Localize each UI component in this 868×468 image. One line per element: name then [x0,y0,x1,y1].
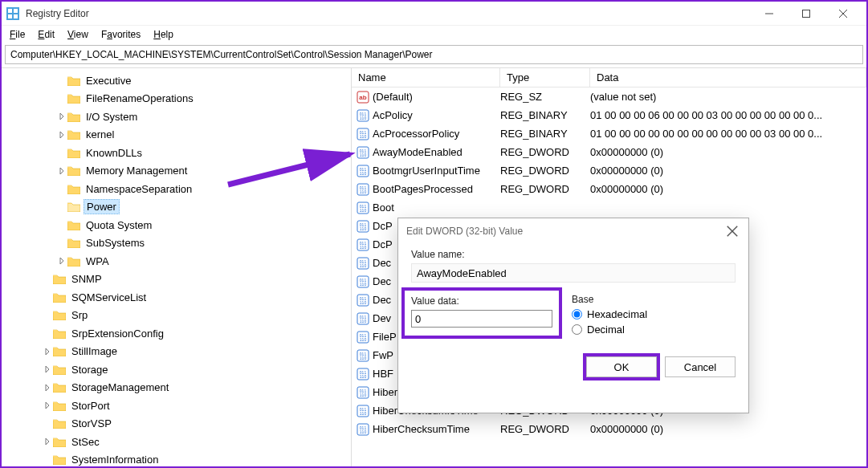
value-row[interactable]: ab(Default)REG_SZ(value not set) [352,87,866,106]
tree-item[interactable]: StorageManagement [13,379,351,397]
tree-item[interactable]: StillImage [13,343,351,361]
value-row[interactable]: 011110BootmgrUserInputTimeREG_DWORD0x000… [352,161,866,180]
folder-icon [53,401,66,411]
radio-dec-input[interactable] [572,324,582,335]
folder-icon [53,310,66,320]
value-name: HiberChecksumTime [373,423,500,435]
radio-decimal[interactable]: Decimal [572,324,736,336]
titlebar: Registry Editor [2,2,866,26]
ok-button[interactable]: OK [586,356,657,377]
tree-item[interactable]: SubSystems [13,234,351,253]
svg-text:110: 110 [360,116,367,120]
tree-item[interactable]: WPA [13,252,351,271]
svg-text:110: 110 [360,429,367,434]
menu-favorites[interactable]: Favorites [96,27,145,42]
address-bar[interactable]: Computer\HKEY_LOCAL_MACHINE\SYSTEM\Curre… [5,45,863,64]
tree-item[interactable]: Power [13,198,351,217]
base-label: Base [572,294,736,305]
value-type: REG_DWORD [500,165,590,177]
disclosure-icon[interactable] [42,402,53,409]
minimize-button[interactable] [751,2,788,26]
folder-icon [67,112,80,122]
tree-item[interactable]: StSec [13,433,351,451]
value-data: 0x00000000 (0) [590,165,866,177]
tree-item[interactable]: Quota System [13,216,351,234]
tree-item[interactable]: SQMServiceList [13,288,351,307]
svg-text:110: 110 [360,208,367,213]
value-data: 0x00000000 (0) [590,183,866,195]
dialog-title: Edit DWORD (32-bit) Value [406,226,523,237]
tree-item[interactable]: KnownDLLs [13,144,351,162]
disclosure-icon[interactable] [56,168,67,174]
tree-item[interactable]: NamespaceSeparation [13,180,351,198]
svg-rect-2 [14,9,18,13]
edit-dword-dialog: Edit DWORD (32-bit) Value Value name: Aw… [397,218,749,413]
tree-item-label: SrpExtensionConfig [69,327,166,340]
binary-value-icon: 011110 [357,220,369,233]
value-row[interactable]: 011110AwayModeEnabledREG_DWORD0x00000000… [352,143,866,161]
folder-icon [53,437,66,447]
tree-item-label: I/O System [84,110,140,124]
tree-item-label: WPA [84,254,112,268]
value-row[interactable]: 011110Boot [352,198,866,217]
disclosure-icon[interactable] [56,113,67,120]
values-header: Name Type Data [352,68,866,87]
tree-item[interactable]: StorVSP [13,415,351,433]
binary-value-icon: 011110 [357,183,369,196]
tree-item-label: FileRenameOperations [84,92,196,105]
menu-help[interactable]: Help [149,27,178,42]
value-row[interactable]: 011110AcPolicyREG_BINARY01 00 00 00 06 0… [352,106,866,124]
menu-edit[interactable]: Edit [33,27,59,42]
tree-item[interactable]: FileRenameOperations [13,90,351,108]
disclosure-icon[interactable] [42,385,53,391]
folder-icon [67,256,80,267]
tree-item-label: StorVSP [69,417,114,430]
menu-view[interactable]: View [63,27,93,42]
value-row[interactable]: 011110HiberChecksumTimeREG_DWORD0x000000… [352,420,866,438]
tree-item[interactable]: kernel [13,126,351,144]
folder-icon [67,129,80,140]
value-row[interactable]: 011110AcProcessorPolicyREG_BINARY01 00 0… [352,124,866,143]
maximize-button[interactable] [788,2,825,26]
tree-item[interactable]: StorPort [13,397,351,415]
tree-item[interactable]: I/O System [13,108,351,126]
col-type[interactable]: Type [500,68,590,87]
value-data: 01 00 00 00 00 00 00 00 00 00 00 00 03 0… [590,128,866,140]
value-data-input[interactable] [411,310,552,328]
menu-file[interactable]: File [5,27,30,42]
folder-icon [67,75,80,86]
radio-hex-input[interactable] [572,309,582,319]
radio-hexadecimal[interactable]: Hexadecimal [572,308,736,320]
tree-item-label: Power [84,199,120,214]
disclosure-icon[interactable] [56,132,67,138]
value-row[interactable]: 011110BootPagesProcessedREG_DWORD0x00000… [352,180,866,198]
disclosure-icon[interactable] [42,366,53,372]
tree-item-label: Executive [84,74,133,87]
disclosure-icon[interactable] [42,348,53,355]
close-button[interactable] [825,2,862,26]
value-type: REG_BINARY [500,128,590,140]
tree-item[interactable]: SystemInformation [13,451,351,467]
dialog-close-button[interactable] [724,223,740,239]
registry-tree[interactable]: ExecutiveFileRenameOperationsI/O Systemk… [2,71,351,466]
binary-value-icon: 011110 [357,331,369,344]
tree-item[interactable]: SNMP [13,271,351,289]
col-data[interactable]: Data [590,68,866,87]
svg-text:110: 110 [360,134,367,139]
tree-item[interactable]: Executive [13,71,351,90]
disclosure-icon[interactable] [42,438,53,445]
col-name[interactable]: Name [352,68,500,87]
tree-item-label: SubSystems [84,236,147,250]
disclosure-icon[interactable] [56,258,67,264]
window-title: Registry Editor [26,8,751,19]
svg-text:110: 110 [360,282,367,287]
binary-value-icon: 011110 [357,405,369,417]
svg-text:110: 110 [360,337,367,342]
tree-item[interactable]: Srp [13,307,351,325]
value-type: REG_DWORD [500,146,590,158]
cancel-button[interactable]: Cancel [665,356,736,377]
tree-item[interactable]: Storage [13,360,351,379]
tree-item-label: Quota System [84,218,154,232]
tree-item[interactable]: SrpExtensionConfig [13,324,351,343]
tree-item[interactable]: Memory Management [13,162,351,181]
